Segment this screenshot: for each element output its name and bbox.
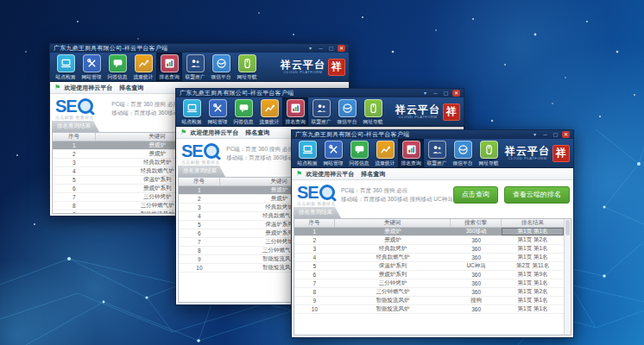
column-header[interactable]: 序号 (53, 133, 96, 141)
table-scrollbar[interactable] (564, 219, 571, 335)
toolbar-item-site-manage[interactable]: 网站管理 (320, 139, 346, 167)
column-header[interactable]: 排名结果 (502, 219, 564, 227)
row-number: 2 (294, 236, 335, 244)
column-header[interactable]: 序号 (179, 178, 220, 185)
row-number: 3 (53, 159, 96, 166)
toolbar-item-label: 网址导航 (479, 160, 499, 167)
row-number: 4 (53, 167, 96, 175)
seo-tagline: 点击刷新 查看排名 (297, 202, 336, 206)
column-header[interactable]: 关键词 (335, 219, 451, 227)
table-row[interactable]: 2景观炉360第1页 第2名 (294, 236, 564, 245)
row-number: 7 (53, 193, 96, 201)
tab-ranking-results[interactable]: 排名查询结果 (294, 207, 341, 218)
welcome-section-label: 排名查询 (361, 170, 385, 179)
skin-button[interactable]: ▾ (421, 90, 429, 97)
toolbar-item-qa-info[interactable]: 问答信息 (346, 139, 372, 167)
table-row[interactable]: 5保温炉系列UC神马第2页 第11名 (294, 262, 564, 271)
view-cloud-ranking-button[interactable]: 查看云端的排名 (504, 186, 570, 204)
maximize-button[interactable]: ▢ (327, 45, 335, 52)
toolbar-item-traffic-stats[interactable]: 流量统计 (256, 97, 282, 126)
toolbar-item-label: 流量统计 (376, 160, 395, 167)
table-row[interactable]: 10智能旋流风炉360第1页 第1名 (294, 305, 564, 314)
query-button[interactable]: 点击查询 (453, 186, 498, 204)
window-title: 广东九鼎王厨具有限公司-祥云平台客户端 (180, 89, 421, 97)
tab-ranking-results[interactable]: 排名查询结果 (52, 121, 99, 132)
toolbar-item-label: 网址导航 (237, 73, 257, 81)
minimize-button[interactable]: ─ (541, 131, 549, 138)
row-number: 2 (53, 150, 96, 158)
mobile-engines: 移动端：百度移动 360移动 搜狗移动 UC神马 (341, 195, 453, 204)
toolbar-item-union-promo[interactable]: 联盟推广 (424, 139, 450, 167)
row-number: 8 (53, 202, 96, 210)
toolbar-item-site-nav[interactable]: 网址导航 (234, 53, 260, 81)
toolbar-item-label: 问答信息 (108, 73, 128, 81)
row-number: 6 (53, 185, 96, 192)
toolbar: 站点检测网站管理问答信息流量统计排名查询联盟推广微信平台网址导航 祥云平台 CL… (292, 139, 573, 168)
toolbar-item-rank-query[interactable]: 排名查询 (282, 97, 308, 126)
title-bar[interactable]: 广东九鼎王厨具有限公司-祥云平台客户端 ▾─▢✕ (292, 130, 573, 139)
keyword-cell: 智能旋流风炉 (335, 305, 451, 313)
toolbar-item-label: 排名查询 (160, 73, 180, 81)
title-bar[interactable]: 广东九鼎王厨具有限公司-祥云平台客户端 ▾─▢✕ (176, 89, 464, 97)
toolbar-item-label: 问答信息 (350, 160, 369, 167)
brand: 祥云平台 CLOUD PLATFORM 祥 (281, 53, 346, 81)
table-row[interactable]: 8三分钟燃气炉360第1页 第2名 (294, 288, 564, 297)
rank-query-icon (161, 54, 179, 72)
minimize-button[interactable]: ─ (432, 90, 439, 97)
app-window-front[interactable]: 广东九鼎王厨具有限公司-祥云平台客户端 ▾─▢✕ 站点检测网站管理问答信息流量统… (291, 129, 574, 338)
table-row[interactable]: 3经典款烤炉360第1页 第1名 (294, 245, 564, 254)
toolbar-item-traffic-stats[interactable]: 流量统计 (372, 139, 398, 167)
toolbar-item-traffic-stats[interactable]: 流量统计 (130, 53, 156, 81)
result-cell: 第1页 第1名 (502, 245, 564, 253)
tab-row: 排名查询结果 (292, 209, 573, 218)
row-number: 5 (53, 176, 96, 184)
toolbar-item-wechat-platform[interactable]: 微信平台 (334, 97, 360, 126)
toolbar-item-rank-query[interactable]: 排名查询 (398, 139, 424, 167)
toolbar-item-site-monitor[interactable]: 站点检测 (294, 139, 320, 167)
toolbar-item-site-monitor[interactable]: 站点检测 (179, 97, 205, 126)
row-number: 8 (294, 288, 335, 296)
toolbar-item-wechat-platform[interactable]: 微信平台 (450, 139, 476, 167)
table-row[interactable]: 6景观炉系列360第1页 第9名 (294, 271, 564, 279)
table-row[interactable]: 9智能旋流风炉搜狗第1页 第1名 (294, 297, 564, 305)
row-number: 3 (179, 204, 220, 211)
title-bar[interactable]: 广东九鼎王厨具有限公司-祥云平台客户端 ▾─▢✕ (50, 44, 349, 53)
toolbar-item-rank-query[interactable]: 排名查询 (156, 53, 182, 81)
toolbar-item-label: 微信平台 (338, 118, 357, 126)
close-button[interactable]: ✕ (452, 90, 460, 97)
toolbar-item-qa-info[interactable]: 问答信息 (230, 97, 256, 126)
row-number: 7 (294, 279, 335, 287)
table-row[interactable]: 7三分钟烤炉360第1页 第1名 (294, 279, 564, 288)
minimize-button[interactable]: ─ (317, 45, 325, 52)
toolbar-item-union-promo[interactable]: 联盟推广 (308, 97, 334, 126)
toolbar-item-union-promo[interactable]: 联盟推广 (182, 53, 208, 81)
result-cell: 第1页 第1名 (502, 254, 564, 261)
maximize-button[interactable]: ▢ (442, 90, 450, 97)
table-row[interactable]: 1景观炉360移动第1页 第1名 (294, 228, 564, 236)
toolbar-item-qa-info[interactable]: 问答信息 (104, 53, 130, 81)
toolbar-item-site-monitor[interactable]: 站点检测 (53, 53, 79, 81)
welcome-text: 欢迎使用祥云平台 (64, 84, 112, 92)
row-number: 5 (179, 221, 220, 229)
toolbar-item-site-nav[interactable]: 网址导航 (476, 139, 502, 167)
toolbar-item-label: 网站管理 (208, 118, 228, 126)
toolbar-item-wechat-platform[interactable]: 微信平台 (208, 53, 234, 81)
brand-seal-icon: 祥 (443, 104, 460, 121)
toolbar-item-site-nav[interactable]: 网址导航 (360, 97, 386, 126)
maximize-button[interactable]: ▢ (552, 131, 559, 138)
toolbar-item-label: 站点检测 (56, 73, 76, 81)
column-header[interactable]: 搜索引擎 (451, 219, 502, 227)
skin-button[interactable]: ▾ (306, 45, 314, 52)
toolbar-item-site-manage[interactable]: 网站管理 (205, 97, 230, 126)
row-number: 8 (179, 247, 220, 254)
toolbar-item-site-manage[interactable]: 网站管理 (79, 53, 104, 81)
column-header[interactable]: 序号 (294, 219, 335, 227)
rank-query-icon (287, 99, 305, 117)
tab-ranking-results[interactable]: 排名查询结果 (178, 166, 225, 177)
close-button[interactable]: ✕ (338, 45, 345, 52)
skin-button[interactable]: ▾ (531, 131, 539, 138)
scrollbar-thumb[interactable] (565, 220, 570, 235)
site-nav-icon (238, 54, 256, 72)
close-button[interactable]: ✕ (562, 131, 570, 138)
table-row[interactable]: 4经典款燃气炉360第1页 第1名 (294, 254, 564, 262)
